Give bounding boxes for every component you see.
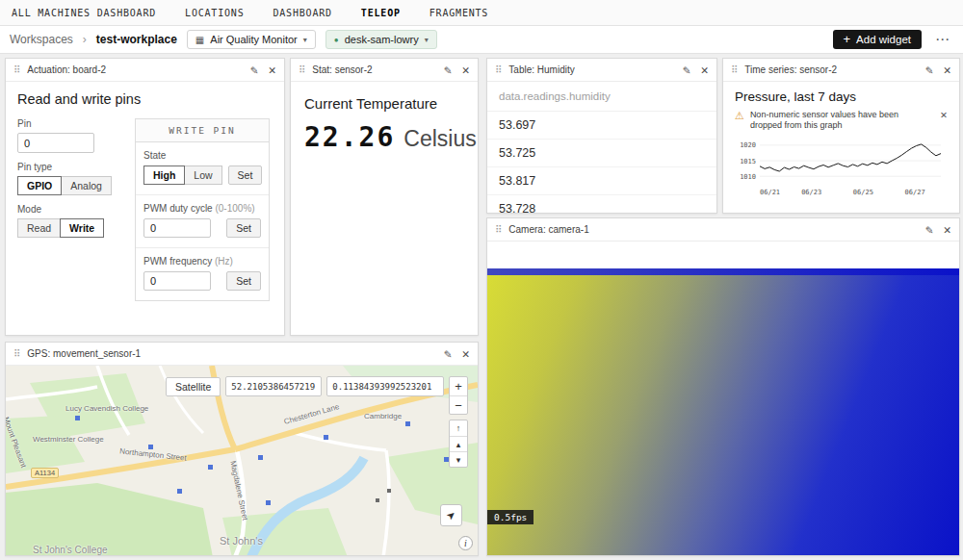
map-pitch-control: ↑ ▴ ▾ xyxy=(449,420,468,468)
mode-toggle: Read Write xyxy=(17,218,104,238)
pwm-duty-input[interactable] xyxy=(143,218,211,238)
locate-me-button[interactable]: ➤ xyxy=(440,504,462,526)
map-zoom-control: + − xyxy=(449,376,468,415)
drag-handle-icon[interactable]: ⠿ xyxy=(495,224,502,235)
timeseries-chart: 10101015102006/2106/2306/2506/27 xyxy=(735,135,948,204)
edit-widget-icon[interactable]: ✎ xyxy=(924,64,933,76)
table-row: 53.697 xyxy=(487,112,716,140)
drag-handle-icon[interactable]: ⠿ xyxy=(299,64,305,75)
camera-stream-image xyxy=(487,268,959,555)
close-widget-icon[interactable]: ✕ xyxy=(700,64,709,76)
edit-widget-icon[interactable]: ✎ xyxy=(682,64,690,76)
widget-camera: ⠿ Camera: camera-1 ✎ ✕ 0.5fps xyxy=(486,217,960,556)
workspace-select[interactable]: ▦ Air Quality Monitor ▾ xyxy=(187,30,316,49)
stat-value: 22.26 xyxy=(304,121,395,153)
top-nav: ALL MACHINES DASHBOARD LOCATIONS DASHBOA… xyxy=(0,0,963,26)
pan-up-button[interactable]: ↑ xyxy=(450,420,467,436)
nav-dashboard[interactable]: DASHBOARD xyxy=(273,8,331,18)
camera-body: 0.5fps xyxy=(487,242,959,555)
map-attribution-info-button[interactable]: i xyxy=(458,536,473,550)
close-widget-icon[interactable]: ✕ xyxy=(268,64,276,76)
warning-text: Non-numeric sensor values have been drop… xyxy=(750,110,902,131)
dismiss-warning-icon[interactable]: ✕ xyxy=(940,110,948,120)
longitude-input[interactable] xyxy=(326,376,444,396)
widget-actuation: ⠿ Actuation: board-2 ✎ ✕ Read and write … xyxy=(5,58,285,336)
pwm-duty-hint: (0-100%) xyxy=(215,203,254,214)
map-container: Lucy Cavendish College Westminster Colle… xyxy=(6,366,478,555)
set-pwm-freq-button[interactable]: Set xyxy=(226,271,261,291)
map-label: Cambridge xyxy=(364,412,402,420)
edit-widget-icon[interactable]: ✎ xyxy=(443,64,452,76)
warning-icon: ⚠ xyxy=(735,110,744,121)
pwm-freq-hint: (Hz) xyxy=(215,256,233,267)
write-pin-panel: WRITE PIN State High Low Set xyxy=(135,118,270,301)
plus-icon: + xyxy=(844,35,851,44)
add-widget-label: Add widget xyxy=(856,34,911,45)
widget-title: Time series: sensor-2 xyxy=(744,64,837,75)
nav-teleop[interactable]: TELEOP xyxy=(361,8,401,18)
nav-locations[interactable]: LOCATIONS xyxy=(185,8,244,18)
pin-type-analog-button[interactable]: Analog xyxy=(61,176,112,195)
nav-all-machines-dashboard[interactable]: ALL MACHINES DASHBOARD xyxy=(12,8,156,18)
state-label: State xyxy=(143,150,261,161)
table-column-header: data.readings.humidity xyxy=(487,82,716,112)
route-badge: A1134 xyxy=(31,468,59,478)
timeseries-warning: ⚠ Non-numeric sensor values have been dr… xyxy=(735,110,948,131)
machine-select[interactable]: ● desk-sam-lowry ▾ xyxy=(325,30,437,49)
map-label: Westminster College xyxy=(33,435,104,444)
drag-handle-icon[interactable]: ⠿ xyxy=(13,64,20,75)
breadcrumb-current-workspace: test-workplace xyxy=(96,33,177,46)
pitch-up-button[interactable]: ▴ xyxy=(450,436,467,451)
drag-handle-icon[interactable]: ⠿ xyxy=(13,348,20,359)
drag-handle-icon[interactable]: ⠿ xyxy=(731,64,738,75)
drag-handle-icon[interactable]: ⠿ xyxy=(495,64,502,75)
chevron-down-icon: ▾ xyxy=(303,36,307,44)
zoom-in-button[interactable]: + xyxy=(450,377,467,395)
pin-type-gpio-button[interactable]: GPIO xyxy=(17,176,62,195)
widget-header: ⠿ Table: Humidity ✎ ✕ xyxy=(487,59,716,82)
svg-text:06/25: 06/25 xyxy=(853,189,873,196)
grid-icon: ▦ xyxy=(195,35,204,45)
edit-widget-icon[interactable]: ✎ xyxy=(249,64,258,76)
svg-text:06/27: 06/27 xyxy=(905,189,925,196)
close-widget-icon[interactable]: ✕ xyxy=(943,64,951,76)
mode-write-button[interactable]: Write xyxy=(60,218,104,238)
set-pwm-duty-button[interactable]: Set xyxy=(226,218,261,238)
edit-widget-icon[interactable]: ✎ xyxy=(924,224,933,236)
zoom-out-button[interactable]: − xyxy=(450,395,467,414)
latitude-input[interactable] xyxy=(225,376,322,396)
pwm-freq-input[interactable] xyxy=(143,271,211,291)
close-widget-icon[interactable]: ✕ xyxy=(943,224,951,236)
navigation-arrow-icon: ➤ xyxy=(444,508,458,523)
state-high-button[interactable]: High xyxy=(143,165,185,185)
widget-title: GPS: movement_sensor-1 xyxy=(27,348,141,359)
svg-text:1015: 1015 xyxy=(740,158,756,165)
pin-input[interactable] xyxy=(17,133,94,153)
widget-header: ⠿ Time series: sensor-2 ✎ ✕ xyxy=(723,59,959,82)
close-widget-icon[interactable]: ✕ xyxy=(461,64,470,76)
overflow-menu-icon[interactable]: ⋯ xyxy=(931,31,953,48)
table-row: 53.817 xyxy=(487,167,716,195)
breadcrumb-workspaces[interactable]: Workspaces xyxy=(10,33,73,46)
map-label: St John's xyxy=(220,535,263,547)
set-state-button[interactable]: Set xyxy=(228,165,263,185)
workspace-select-label: Air Quality Monitor xyxy=(210,34,297,45)
widget-header: ⠿ GPS: movement_sensor-1 ✎ ✕ xyxy=(6,343,478,366)
mode-read-button[interactable]: Read xyxy=(17,218,61,238)
close-widget-icon[interactable]: ✕ xyxy=(461,348,470,360)
svg-text:1020: 1020 xyxy=(740,141,756,149)
table-row: 53.725 xyxy=(487,140,716,167)
add-widget-button[interactable]: + Add widget xyxy=(833,30,923,49)
timeseries-heading: Pressure, last 7 days xyxy=(735,89,948,104)
edit-widget-icon[interactable]: ✎ xyxy=(443,348,452,360)
satellite-toggle-button[interactable]: Satellite xyxy=(166,377,221,396)
widget-title: Actuation: board-2 xyxy=(27,64,106,75)
widget-title: Stat: sensor-2 xyxy=(312,64,372,75)
widget-canvas: ⠿ Actuation: board-2 ✎ ✕ Read and write … xyxy=(0,54,963,560)
actuation-heading: Read and write pins xyxy=(17,91,273,107)
nav-fragments[interactable]: FRAGMENTS xyxy=(429,8,488,18)
state-low-button[interactable]: Low xyxy=(184,165,221,185)
widget-title: Camera: camera-1 xyxy=(508,224,588,235)
pitch-down-button[interactable]: ▾ xyxy=(450,451,467,467)
widget-header: ⠿ Camera: camera-1 ✎ ✕ xyxy=(487,218,959,242)
